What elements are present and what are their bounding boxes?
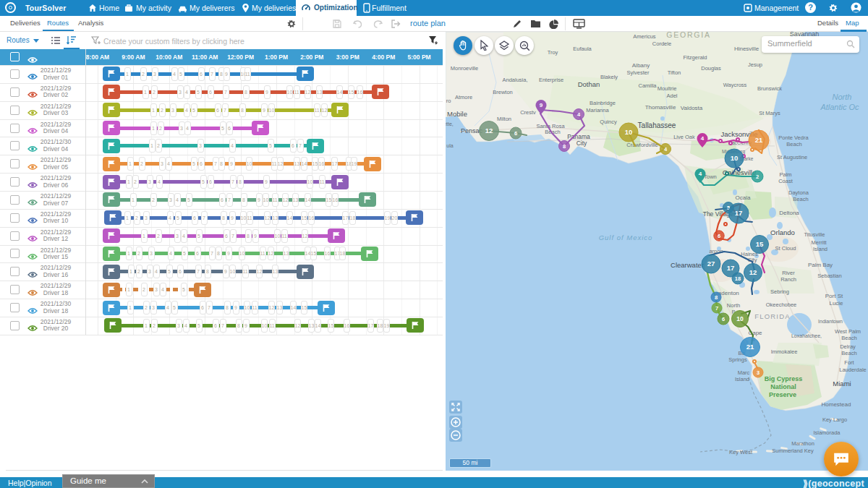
svg-text:Coast: Coast xyxy=(778,178,793,184)
svg-text:2: 2 xyxy=(756,174,759,180)
svg-text:nette,: nette, xyxy=(446,121,454,127)
svg-text:Town: Town xyxy=(704,174,717,180)
svg-text:ula: ula xyxy=(446,143,453,148)
svg-text:6: 6 xyxy=(718,233,720,239)
svg-text:West Palm: West Palm xyxy=(835,328,861,335)
svg-text:Brunswick: Brunswick xyxy=(757,85,782,92)
svg-text:Indiantown: Indiantown xyxy=(818,319,843,324)
svg-text:North: North xyxy=(833,93,852,101)
svg-text:Marathon: Marathon xyxy=(791,440,814,447)
svg-text:Deltona: Deltona xyxy=(779,210,799,216)
svg-text:Live Oak: Live Oak xyxy=(673,134,695,140)
svg-text:6: 6 xyxy=(722,316,725,322)
svg-text:Marc: Marc xyxy=(738,369,750,376)
svg-text:Island: Island xyxy=(735,376,749,382)
svg-text:Beach: Beach xyxy=(841,350,856,356)
svg-text:21: 21 xyxy=(746,343,754,351)
svg-text:Valdosta: Valdosta xyxy=(681,105,703,111)
svg-text:Palm Bay: Palm Bay xyxy=(808,262,833,268)
svg-text:Island: Island xyxy=(813,246,827,252)
svg-text:15: 15 xyxy=(756,240,764,248)
svg-text:Sylvester: Sylvester xyxy=(627,69,650,76)
svg-text:Delray: Delray xyxy=(840,343,856,350)
svg-text:Beach: Beach xyxy=(786,141,801,147)
svg-text:Merritt: Merritt xyxy=(811,239,827,246)
svg-text:Troy: Troy xyxy=(548,49,558,56)
svg-text:8: 8 xyxy=(563,143,566,150)
svg-text:17: 17 xyxy=(727,264,735,272)
svg-text:GEORGIA: GEORGIA xyxy=(666,32,711,39)
svg-text:Thomasville: Thomasville xyxy=(645,104,676,111)
svg-text:Eufaula: Eufaula xyxy=(573,46,592,52)
svg-text:8: 8 xyxy=(715,294,718,301)
svg-text:Atmore: Atmore xyxy=(455,94,472,100)
svg-text:Beach: Beach xyxy=(841,335,856,341)
svg-text:Adel: Adel xyxy=(666,93,677,99)
svg-text:12: 12 xyxy=(749,268,757,276)
svg-text:ro: ro xyxy=(446,98,451,104)
svg-text:10: 10 xyxy=(625,128,633,136)
svg-text:Fitzgerald: Fitzgerald xyxy=(684,54,707,61)
svg-text:Brewton: Brewton xyxy=(493,89,513,95)
svg-text:3: 3 xyxy=(757,369,760,376)
svg-text:Enterprise: Enterprise xyxy=(539,77,563,83)
svg-text:Titusville: Titusville xyxy=(804,231,825,238)
svg-text:12: 12 xyxy=(485,127,493,134)
svg-text:Sebastian: Sebastian xyxy=(817,273,841,279)
svg-text:Springs: Springs xyxy=(728,356,747,363)
svg-text:Milton: Milton xyxy=(497,116,511,122)
svg-text:Ranch: Ranch xyxy=(780,276,796,283)
svg-text:Mobile: Mobile xyxy=(447,110,467,118)
svg-text:7: 7 xyxy=(715,305,718,312)
svg-text:Homestead: Homestead xyxy=(822,401,851,408)
svg-text:4: 4 xyxy=(701,135,705,142)
svg-text:Port St: Port St xyxy=(825,293,843,299)
svg-text:Quincy: Quincy xyxy=(600,119,617,125)
svg-text:Ocala: Ocala xyxy=(736,194,751,201)
svg-text:Ponte Vedra: Ponte Vedra xyxy=(778,134,809,141)
svg-text:10: 10 xyxy=(731,154,739,162)
svg-text:Beach: Beach xyxy=(793,196,808,202)
svg-text:Summerland Key: Summerland Key xyxy=(772,448,814,454)
svg-text:Okeechobee: Okeechobee xyxy=(766,301,797,308)
svg-text:4: 4 xyxy=(699,171,702,177)
svg-text:Orlando: Orlando xyxy=(770,228,795,236)
svg-text:Tallahassee: Tallahassee xyxy=(638,121,676,129)
svg-text:Douglas: Douglas xyxy=(701,65,721,72)
svg-text:Crestv: Crestv xyxy=(520,109,536,116)
svg-text:Tifton: Tifton xyxy=(668,69,681,76)
svg-text:9: 9 xyxy=(540,102,543,108)
svg-text:Key Largo: Key Largo xyxy=(822,416,847,423)
svg-text:Andalusia,: Andalusia, xyxy=(502,77,527,83)
svg-text:Loxahatchee,: Loxahatchee, xyxy=(791,333,822,338)
svg-text:18: 18 xyxy=(735,275,741,282)
svg-text:National: National xyxy=(770,383,796,390)
svg-text:St Marys: St Marys xyxy=(759,110,780,116)
svg-text:Bainbridge: Bainbridge xyxy=(590,100,616,106)
svg-text:Big Cypress: Big Cypress xyxy=(765,375,803,382)
svg-text:21: 21 xyxy=(755,136,763,144)
svg-text:Preserve: Preserve xyxy=(769,391,796,398)
svg-text:St Augustine: St Augustine xyxy=(777,154,807,160)
svg-text:Crawfordville: Crawfordville xyxy=(626,142,658,148)
svg-text:Hinesville: Hinesville xyxy=(734,46,760,52)
svg-text:River: River xyxy=(782,270,795,276)
svg-text:Blakely: Blakely xyxy=(600,74,618,80)
svg-text:6: 6 xyxy=(514,130,517,137)
svg-text:City: City xyxy=(576,140,587,147)
svg-text:Lauderdale: Lauderdale xyxy=(839,367,867,373)
svg-text:Jesup: Jesup xyxy=(748,61,762,68)
svg-text:Palm: Palm xyxy=(779,171,791,178)
svg-text:Albany: Albany xyxy=(632,62,650,69)
svg-text:Camilla: Camilla xyxy=(638,82,657,89)
svg-text:Monroeville: Monroeville xyxy=(451,65,478,72)
svg-text:Miami: Miami xyxy=(833,380,851,388)
svg-text:27: 27 xyxy=(707,260,715,267)
svg-text:Sebring: Sebring xyxy=(770,288,789,295)
svg-text:10: 10 xyxy=(736,315,744,322)
svg-text:Cordele: Cordele xyxy=(652,40,671,47)
svg-text:Key West: Key West xyxy=(729,449,753,455)
svg-text:St Cloud: St Cloud xyxy=(775,245,796,252)
svg-text:Waycross: Waycross xyxy=(723,82,747,88)
svg-text:Dothan: Dothan xyxy=(578,80,600,88)
